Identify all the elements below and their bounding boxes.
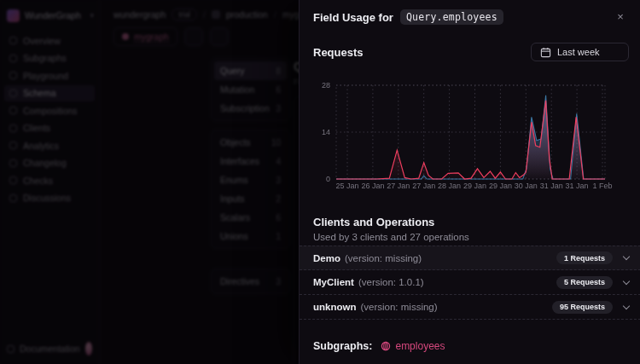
- requests-count-badge: 95 Requests: [552, 301, 613, 314]
- requests-count-badge: 5 Requests: [556, 276, 613, 289]
- axis-tick-label: 30 Jan: [515, 182, 538, 190]
- subgraph-link-label: employees: [395, 340, 445, 352]
- requests-header-row: Requests Last week: [313, 43, 629, 61]
- calendar-icon: [540, 47, 551, 58]
- clients-subtitle: Used by 3 clients and 27 operations: [313, 232, 469, 242]
- date-range-button[interactable]: Last week: [531, 43, 629, 61]
- date-range-label: Last week: [557, 47, 600, 57]
- chevron-down-icon[interactable]: [623, 277, 630, 284]
- axis-tick-label: 1 Feb: [592, 182, 612, 190]
- close-icon[interactable]: ×: [612, 9, 629, 26]
- axis-tick-label: 29 Jan: [463, 182, 486, 190]
- client-version: (version: 1.0.1): [358, 277, 424, 287]
- axis-tick-label: 31 Jan: [540, 182, 563, 190]
- client-list: Demo(version: missing)1 RequestsMyClient…: [300, 246, 640, 320]
- client-name: Demo: [313, 253, 340, 263]
- axis-tick-label: 27 Jan: [412, 182, 435, 190]
- axis-tick-label: 28 Jan: [438, 182, 461, 190]
- app-root: wundergraph trial / production / mygraph…: [0, 0, 640, 364]
- axis-tick-label: 14: [322, 128, 330, 136]
- axis-tick-label: 25 Jan: [335, 182, 358, 190]
- client-row-myclient[interactable]: MyClient(version: 1.0.1)5 Requests: [300, 270, 640, 295]
- clients-heading: Clients and Operations: [313, 216, 434, 228]
- client-name: MyClient: [313, 277, 354, 287]
- subgraphs-row: Subgraphs: employees: [313, 340, 445, 352]
- axis-tick-label: 29 Jan: [489, 182, 512, 190]
- modal-overlay[interactable]: [0, 0, 299, 364]
- client-row-demo[interactable]: Demo(version: missing)1 Requests: [300, 246, 640, 270]
- subgraphs-label: Subgraphs:: [313, 340, 372, 352]
- client-version: (version: missing): [360, 302, 437, 312]
- requests-heading: Requests: [313, 46, 364, 59]
- chevron-down-icon[interactable]: [623, 253, 630, 260]
- axis-tick-label: 28: [322, 81, 330, 90]
- axis-tick-label: 0: [326, 175, 330, 183]
- requests-count-badge: 1 Requests: [556, 251, 613, 264]
- client-name: unknown: [313, 302, 356, 312]
- axis-tick-label: 27 Jan: [387, 182, 410, 190]
- drawer-header: Field Usage for Query.employees: [313, 9, 609, 25]
- subgraph-link-employees[interactable]: employees: [381, 340, 445, 352]
- drawer-title: Field Usage for: [313, 11, 393, 24]
- axis-tick-label: 31 Jan: [566, 182, 589, 190]
- axis-tick-label: 26 Jan: [361, 182, 384, 190]
- field-usage-drawer: Field Usage for Query.employees × Reques…: [299, 0, 640, 364]
- chevron-down-icon[interactable]: [623, 302, 630, 309]
- field-coordinate-badge: Query.employees: [400, 9, 503, 25]
- client-version: (version: missing): [345, 253, 422, 263]
- requests-chart: 0142825 Jan26 Jan27 Jan27 Jan28 Jan29 Ja…: [310, 72, 627, 191]
- client-row-unknown[interactable]: unknown(version: missing)95 Requests: [300, 295, 640, 320]
- subgraph-icon: [381, 341, 391, 351]
